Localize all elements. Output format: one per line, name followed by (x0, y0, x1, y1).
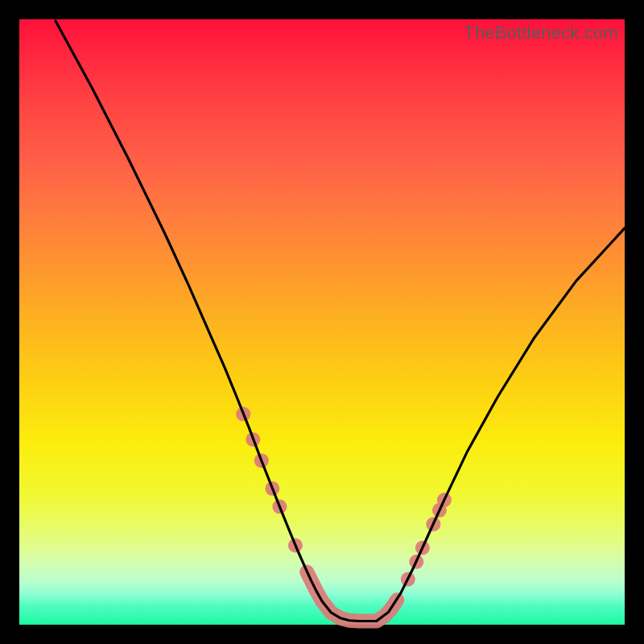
chart-svg (19, 19, 625, 625)
left-curve (56, 21, 377, 621)
chart-frame: TheBottleneck.com (0, 0, 644, 644)
plot-area: TheBottleneck.com (19, 19, 625, 625)
